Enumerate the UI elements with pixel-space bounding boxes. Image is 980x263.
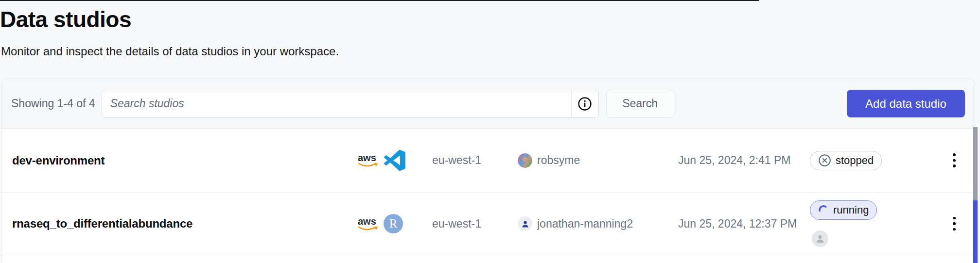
top-edge-line [0, 0, 759, 1]
kebab-menu[interactable] [949, 213, 960, 235]
search-group [102, 90, 599, 118]
studio-name-link[interactable]: rnaseq_to_differentialabundance [12, 217, 192, 230]
user-name: jonathan-manning2 [537, 217, 633, 230]
search-info-button[interactable] [571, 90, 598, 117]
info-circle-icon [578, 97, 592, 111]
studios-card: Showing 1-4 of 4 Search Add data studio … [1, 79, 975, 263]
status-badge: stopped [810, 151, 882, 170]
studio-name-link[interactable]: dev-environment [12, 154, 105, 167]
circle-x-icon [818, 154, 831, 167]
region-label: eu-west-1 [432, 154, 481, 167]
toolbar: Showing 1-4 of 4 Search Add data studio [1, 79, 975, 129]
scrollbar-thumb[interactable] [973, 127, 978, 200]
svg-text:aws: aws [358, 216, 376, 227]
page-title: Data studios [0, 7, 131, 33]
user-avatar [518, 216, 532, 231]
status-stack: running [810, 200, 877, 247]
vscode-icon [384, 149, 405, 171]
search-button[interactable]: Search [606, 90, 674, 118]
table-row-partial [1, 255, 975, 263]
kebab-menu[interactable] [949, 149, 960, 171]
search-input[interactable] [102, 90, 571, 117]
table-row[interactable]: dev-environment aws eu-west-1 [1, 129, 975, 193]
spinner-icon [818, 205, 829, 215]
placeholder-avatar [812, 230, 828, 247]
aws-icon: aws [357, 153, 380, 168]
page-subtitle: Monitor and inspect the details of data … [1, 44, 339, 59]
add-data-studio-button[interactable]: Add data studio [847, 90, 965, 117]
user-name: robsyme [537, 154, 580, 167]
status-badge: running [810, 200, 877, 220]
created-date: Jun 25, 2024, 2:41 PM [678, 154, 790, 167]
status-label: running [833, 204, 869, 216]
person-silhouette-icon [814, 232, 826, 245]
aws-icon: aws [357, 216, 380, 231]
region-label: eu-west-1 [432, 217, 481, 230]
table-row[interactable]: rnaseq_to_differentialabundance aws R eu… [1, 193, 975, 255]
results-count: Showing 1-4 of 4 [11, 97, 95, 110]
svg-text:aws: aws [358, 153, 376, 163]
user-avatar [518, 153, 532, 168]
created-date: Jun 25, 2024, 12:37 PM [678, 217, 797, 230]
status-label: stopped [836, 154, 874, 167]
scrollbar-segment[interactable] [973, 200, 978, 263]
data-studios-screen: Data studios Monitor and inspect the det… [0, 0, 980, 263]
person-icon [520, 219, 530, 229]
rstudio-icon: R [384, 214, 403, 233]
